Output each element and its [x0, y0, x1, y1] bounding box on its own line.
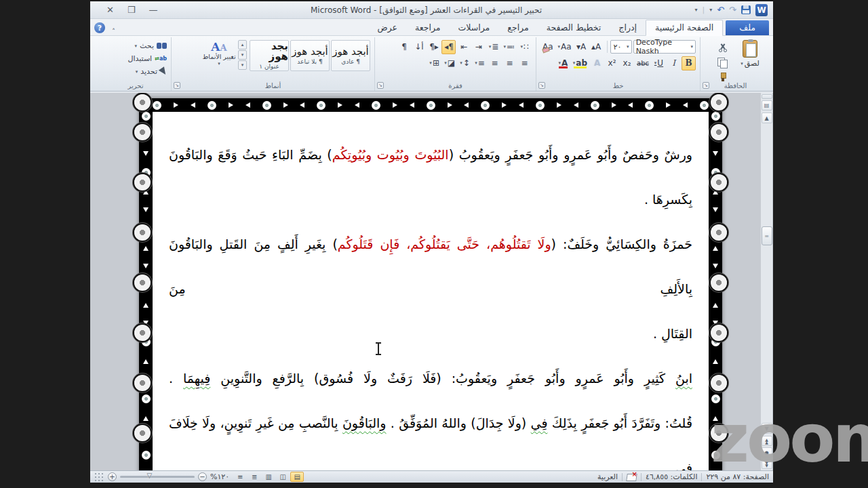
- style-item-2[interactable]: بجد هوزعنوان ١: [250, 40, 289, 71]
- superscript-button[interactable]: x²: [605, 56, 619, 70]
- style-gallery-more-icon[interactable]: ▾: [238, 60, 247, 70]
- show-hide-pilcrow-button[interactable]: ¶: [397, 40, 411, 54]
- grow-font-button[interactable]: A▴: [589, 40, 604, 54]
- help-icon[interactable]: ?: [94, 22, 105, 33]
- text-effects-button[interactable]: A: [590, 56, 604, 70]
- tab-4[interactable]: مراسلات: [449, 20, 498, 35]
- language-indicator[interactable]: العربية: [597, 472, 618, 481]
- border-arrow-motif: [502, 102, 507, 108]
- doc-line-5[interactable]: ابنُ كَثِيرٍ وأَبُو عَمرٍو وأَبُو جَعفَر…: [169, 356, 692, 401]
- word-app-icon[interactable]: W: [755, 4, 768, 16]
- paragraph-dialog-launcher[interactable]: ↘: [377, 82, 384, 89]
- text-highlight-color-button[interactable]: ab▾: [571, 56, 589, 70]
- save-icon[interactable]: [741, 5, 751, 14]
- align-left-button[interactable]: ≡: [488, 56, 502, 70]
- tab-file[interactable]: ملف: [726, 20, 769, 35]
- zoom-slider-thumb[interactable]: ▽: [147, 472, 153, 479]
- previous-page-button[interactable]: ▲▲: [762, 436, 772, 446]
- tab-2[interactable]: تخطيط الصفحة: [538, 20, 610, 35]
- word-count-indicator[interactable]: الكلمات: ٤٦,٨٥٥: [646, 472, 697, 481]
- change-styles-button[interactable]: AA تغيير الأنماط ▾: [201, 40, 237, 66]
- resize-grip[interactable]: [94, 472, 104, 482]
- sort-button[interactable]: أ↓: [412, 40, 426, 54]
- font-color-button[interactable]: A▾: [556, 56, 570, 70]
- document-page[interactable]: ورشٌ وحَفصٌ وأَبُو عَمرٍو وأَبُو جَعفَرٍ…: [139, 98, 722, 470]
- tab-5[interactable]: مراجعة: [406, 20, 450, 35]
- page-number-indicator[interactable]: الصفحة: ٨٧ من ٢٢٩: [706, 472, 769, 481]
- justify-button[interactable]: ≡▾: [473, 56, 487, 70]
- split-window-handle[interactable]: [762, 94, 772, 99]
- close-button[interactable]: ✕: [106, 5, 114, 15]
- doc-line-6[interactable]: قُلتُ: وتَفَرَّدَ أَبُو جَعفَرٍ بِذَلِكَ…: [169, 401, 692, 470]
- style-item-1[interactable]: أبجد هوز¶ بلا تباعد: [290, 40, 330, 71]
- underline-button[interactable]: U▾: [652, 56, 666, 70]
- ltr-text-direction-button[interactable]: ▸¶: [427, 40, 441, 54]
- doc-line-4[interactable]: القِتَالِ .: [169, 311, 692, 356]
- borders-button[interactable]: ⊞▾: [427, 56, 441, 70]
- doc-line-1[interactable]: ورشٌ وحَفصٌ وأَبُو عَمرٍو وأَبُو جَعفَرٍ…: [169, 132, 692, 177]
- maximize-button[interactable]: ❒: [127, 5, 136, 15]
- numbering-button[interactable]: ≔▾: [501, 40, 517, 54]
- scroll-down-icon[interactable]: ▼: [762, 423, 772, 434]
- shading-button[interactable]: ◪▾: [442, 56, 457, 70]
- redo-icon[interactable]: ↷: [729, 5, 736, 14]
- select-button[interactable]: تحديد▾: [104, 66, 167, 77]
- zoom-out-icon[interactable]: −: [198, 472, 207, 481]
- decrease-indent-button[interactable]: ⇤: [456, 40, 471, 54]
- font-family-value: DecoType Naskh: [636, 38, 689, 56]
- clear-formatting-button[interactable]: Aa: [540, 40, 555, 54]
- collapse-ribbon-icon[interactable]: ˄: [105, 28, 122, 35]
- styles-dialog-launcher[interactable]: ↘: [174, 82, 180, 89]
- copy-button[interactable]: [715, 55, 731, 69]
- font-dialog-launcher[interactable]: ↘: [538, 82, 545, 89]
- next-page-button[interactable]: ▼▼: [762, 459, 772, 469]
- multilevel-list-button[interactable]: ≣▾: [486, 40, 500, 54]
- zoom-slider[interactable]: ▽: [120, 476, 195, 478]
- scrollbar-thumb[interactable]: ≡: [762, 226, 772, 245]
- undo-dropdown-icon[interactable]: ▾: [709, 7, 712, 13]
- scrollbar-track[interactable]: ≡: [762, 125, 772, 421]
- style-scroll-down-icon[interactable]: ▾: [238, 50, 247, 60]
- fullscreen-reading-view-button[interactable]: ◫: [276, 472, 290, 482]
- tab-3[interactable]: مراجع: [498, 20, 537, 35]
- select-browse-object-button[interactable]: ●: [762, 447, 772, 458]
- subscript-button[interactable]: x₂: [620, 56, 634, 70]
- find-button[interactable]: بحث▾: [104, 40, 167, 52]
- tab-1[interactable]: إدراج: [610, 20, 646, 35]
- print-layout-view-button[interactable]: ▤: [290, 472, 304, 482]
- cut-button[interactable]: [715, 40, 731, 54]
- bold-button[interactable]: B: [682, 56, 696, 70]
- font-size-select[interactable]: ٢٠▾: [610, 40, 631, 54]
- customize-qat-icon[interactable]: ▾: [694, 7, 697, 13]
- clipboard-dialog-launcher[interactable]: ↘: [703, 82, 709, 89]
- bullets-button[interactable]: ∷▾: [517, 40, 532, 54]
- undo-icon[interactable]: ↶: [717, 5, 724, 14]
- strikethrough-button[interactable]: abc: [635, 56, 651, 70]
- line-spacing-button[interactable]: ↕▾: [458, 56, 472, 70]
- tab-0[interactable]: الصفحة الرئيسية: [646, 20, 723, 36]
- zoom-level[interactable]: %١٢٠: [210, 472, 229, 481]
- web-layout-view-button[interactable]: ▥: [262, 472, 275, 482]
- font-family-select[interactable]: DecoType Naskh▾: [633, 40, 696, 54]
- draft-view-button[interactable]: ≡: [233, 472, 247, 482]
- zoom-in-icon[interactable]: +: [108, 472, 117, 481]
- increase-indent-button[interactable]: ⇥: [471, 40, 486, 54]
- align-center-button[interactable]: ≡: [502, 56, 517, 70]
- tab-6[interactable]: عرض: [368, 20, 406, 35]
- style-scroll-up-icon[interactable]: ▴: [238, 40, 247, 49]
- doc-line-2[interactable]: بِكَسرِهَا .: [169, 177, 692, 222]
- italic-button[interactable]: I: [667, 56, 681, 70]
- scroll-up-icon[interactable]: ▲: [762, 113, 772, 123]
- outline-view-button[interactable]: ≣: [248, 472, 261, 482]
- style-item-0[interactable]: أبجد هوز¶ عادي: [331, 40, 370, 71]
- replace-button[interactable]: ab⇄استبدال: [104, 53, 167, 64]
- doc-line-3[interactable]: حَمزَةُ والكِسَائِيُّ وخَلَفٌ: (ولَا تَق…: [169, 222, 692, 311]
- rtl-text-direction-button[interactable]: ¶◂: [441, 40, 456, 54]
- shrink-font-button[interactable]: A▾: [574, 40, 589, 54]
- change-case-button[interactable]: Aa▾: [556, 40, 574, 54]
- proofing-errors-icon[interactable]: [627, 472, 637, 481]
- ruler-toggle-button[interactable]: ▤: [762, 100, 772, 110]
- align-right-button[interactable]: ≡: [517, 56, 532, 70]
- paste-button[interactable]: لصق▾: [734, 39, 766, 84]
- minimize-button[interactable]: —: [149, 5, 158, 15]
